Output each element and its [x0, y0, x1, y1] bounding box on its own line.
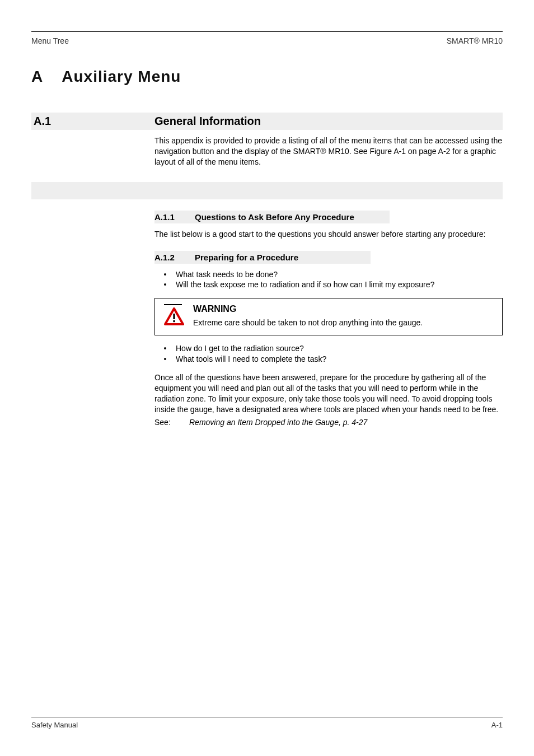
subsection-title: Questions to Ask Before Any Procedure — [195, 212, 354, 222]
page-footer: Safety Manual A-1 — [31, 717, 503, 729]
footer-left: Safety Manual — [31, 721, 78, 729]
bullet-text-4: What tools will I need to complete the t… — [176, 354, 326, 365]
bullet-text-1: What task needs to be done? — [176, 269, 278, 280]
see-label: See: — [154, 417, 189, 428]
section-title: General Information — [154, 113, 503, 130]
svg-rect-0 — [173, 314, 175, 319]
chapter-name: Auxiliary Menu — [62, 68, 181, 85]
warning-box: WARNING Extreme care should be taken to … — [154, 298, 503, 335]
subsection-title-2: Preparing for a Procedure — [195, 253, 298, 262]
subsection-a12-header: A.1.2 Preparing for a Procedure — [154, 251, 371, 264]
see-body: Removing an Item Dropped into the Gauge,… — [189, 417, 503, 428]
bullet-item-4: • What tools will I need to complete the… — [154, 354, 503, 365]
svg-rect-1 — [173, 320, 175, 322]
header-right: SMART® MR10 — [447, 36, 503, 45]
see-reference: See: Removing an Item Dropped into the G… — [154, 417, 503, 428]
bullet-text-3: How do I get to the radiation source? — [176, 343, 304, 354]
section-a1-paragraph: This appendix is provided to provide a l… — [154, 136, 503, 167]
warning-triangle-icon — [164, 307, 184, 325]
running-header: Menu Tree SMART® MR10 — [31, 36, 503, 45]
warning-rule — [164, 304, 182, 305]
footer-right: A-1 — [491, 721, 503, 729]
footer-rule — [31, 717, 503, 717]
subsection-number-2: A.1.2 — [154, 253, 195, 262]
bullet-item-1: • What task needs to be done? — [154, 269, 503, 280]
warning-body: Extreme care should be taken to not drop… — [193, 318, 495, 328]
subsection-a11-lead: The list below is a good start to the qu… — [154, 229, 503, 240]
subsection-a11-header: A.1.1 Questions to Ask Before Any Proced… — [154, 211, 390, 223]
header-rule — [31, 31, 503, 32]
warning-title: WARNING — [193, 304, 495, 314]
bullet-item-2: • Will the task expose me to radiation a… — [154, 279, 503, 290]
section-number: A.1 — [31, 115, 72, 128]
bullet-text-2: Will the task expose me to radiation and… — [176, 279, 434, 290]
bullet-item-3: • How do I get to the radiation source? — [154, 343, 503, 354]
chapter-number: A — [31, 68, 43, 85]
section-a1-header: A.1 General Information — [31, 113, 503, 130]
section-a1-band — [31, 182, 503, 199]
chapter-title: A Auxiliary Menu — [31, 68, 503, 86]
subsection-a12-paragraph: Once all of the questions have been answ… — [154, 372, 503, 415]
subsection-number: A.1.1 — [154, 212, 195, 222]
header-left: Menu Tree — [31, 36, 69, 45]
